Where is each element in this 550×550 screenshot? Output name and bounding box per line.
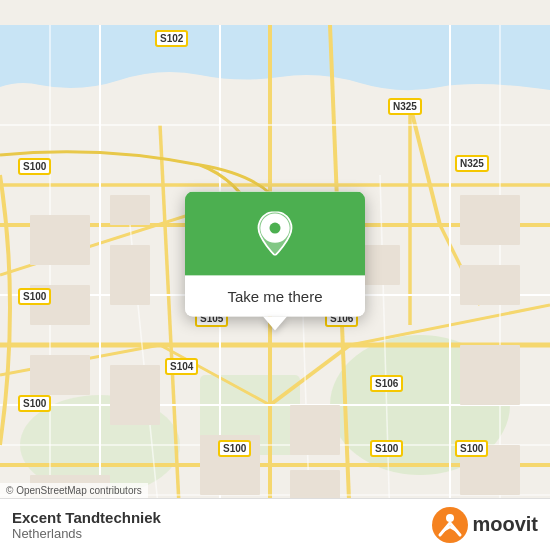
location-name: Excent Tandtechniek [12, 509, 161, 526]
map-container[interactable]: S100S102N325N325S100S105S106S104S106S100… [0, 0, 550, 550]
attribution-text: © OpenStreetMap contributors [6, 485, 142, 496]
popup-container[interactable]: Take me there [185, 192, 365, 331]
svg-point-52 [446, 514, 454, 522]
svg-rect-34 [30, 355, 90, 395]
popup-green-area [185, 192, 365, 276]
location-country: Netherlands [12, 526, 161, 541]
moovit-logo: moovit [432, 507, 538, 543]
svg-rect-45 [110, 365, 160, 425]
road-badge: S106 [370, 375, 403, 392]
svg-point-50 [270, 223, 281, 234]
road-badge: S100 [18, 158, 51, 175]
svg-rect-36 [110, 195, 150, 225]
road-badge: S100 [18, 395, 51, 412]
svg-rect-32 [30, 215, 90, 265]
road-badge: S100 [18, 288, 51, 305]
road-badge: N325 [388, 98, 422, 115]
svg-rect-47 [290, 405, 340, 455]
popup-tail [263, 317, 287, 331]
location-pin-icon [253, 212, 297, 256]
location-info: Excent Tandtechniek Netherlands [12, 509, 161, 541]
moovit-text: moovit [472, 513, 538, 536]
svg-rect-41 [460, 195, 520, 245]
take-me-there-button[interactable]: Take me there [185, 276, 365, 317]
svg-rect-37 [110, 245, 150, 305]
road-badge: S100 [455, 440, 488, 457]
road-badge: S100 [370, 440, 403, 457]
road-badge: N325 [455, 155, 489, 172]
road-badge: S102 [155, 30, 188, 47]
road-badge: S104 [165, 358, 198, 375]
svg-rect-42 [460, 265, 520, 305]
copyright-bar: © OpenStreetMap contributors [0, 483, 148, 498]
info-bar: Excent Tandtechniek Netherlands moovit [0, 498, 550, 550]
popup-box: Take me there [185, 192, 365, 317]
road-badge: S100 [218, 440, 251, 457]
moovit-logo-icon [432, 507, 468, 543]
svg-rect-40 [360, 245, 400, 285]
svg-rect-43 [460, 345, 520, 405]
